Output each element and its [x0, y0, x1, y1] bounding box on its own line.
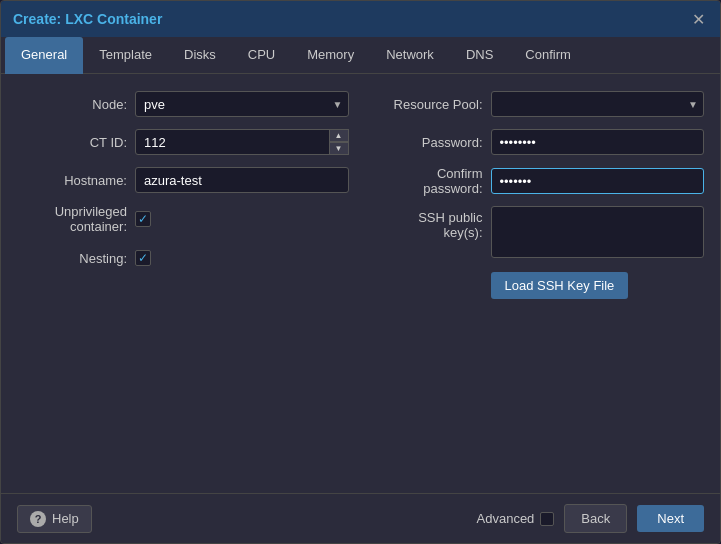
confirm-password-row: Confirmpassword: — [373, 166, 705, 196]
nesting-checkbox[interactable]: ✓ — [135, 250, 151, 266]
resource-pool-select-wrapper: ▼ — [491, 91, 705, 117]
unprivileged-check-icon: ✓ — [138, 212, 148, 226]
tab-cpu[interactable]: CPU — [232, 37, 291, 74]
hostname-row: Hostname: — [17, 166, 349, 194]
resource-pool-label: Resource Pool: — [373, 97, 483, 112]
ssh-key-input[interactable] — [491, 206, 705, 258]
hostname-label: Hostname: — [17, 173, 127, 188]
tab-network[interactable]: Network — [370, 37, 450, 74]
hostname-input[interactable] — [135, 167, 349, 193]
advanced-checkbox[interactable] — [540, 512, 554, 526]
load-ssh-row: Load SSH Key File — [491, 268, 705, 299]
footer-right: Advanced Back Next — [477, 504, 704, 533]
ctid-row: CT ID: ▲ ▼ — [17, 128, 349, 156]
right-column: Resource Pool: ▼ Password: Confirmpasswo… — [373, 90, 705, 477]
node-select[interactable]: pve — [135, 91, 349, 117]
ssh-key-row: SSH publickey(s): — [373, 206, 705, 258]
unprivileged-row: Unprivilegedcontainer: ✓ — [17, 204, 349, 234]
help-label: Help — [52, 511, 79, 526]
back-button[interactable]: Back — [564, 504, 627, 533]
left-column: Node: pve ▼ CT ID: ▲ ▼ — [17, 90, 349, 477]
node-select-wrapper: pve ▼ — [135, 91, 349, 117]
tab-memory[interactable]: Memory — [291, 37, 370, 74]
unprivileged-checkbox[interactable]: ✓ — [135, 211, 151, 227]
title-bar: Create: LXC Container ✕ — [1, 1, 720, 37]
ctid-down-button[interactable]: ▼ — [329, 142, 349, 155]
confirm-password-label: Confirmpassword: — [373, 166, 483, 196]
nesting-row: Nesting: ✓ — [17, 244, 349, 272]
nesting-label: Nesting: — [17, 251, 127, 266]
confirm-password-input[interactable] — [491, 168, 705, 194]
nesting-check-icon: ✓ — [138, 251, 148, 265]
tab-dns[interactable]: DNS — [450, 37, 509, 74]
ctid-input[interactable] — [135, 129, 349, 155]
tab-template[interactable]: Template — [83, 37, 168, 74]
password-row: Password: — [373, 128, 705, 156]
resource-pool-select[interactable] — [491, 91, 705, 117]
tab-general[interactable]: General — [5, 37, 83, 74]
help-button[interactable]: ? Help — [17, 505, 92, 533]
nesting-checkbox-wrap: ✓ — [135, 250, 151, 266]
ssh-key-label: SSH publickey(s): — [373, 206, 483, 240]
dialog-title: Create: LXC Container — [13, 11, 162, 27]
ctid-spinner-wrapper: ▲ ▼ — [135, 129, 349, 155]
ctid-spinners: ▲ ▼ — [329, 129, 349, 155]
help-icon: ? — [30, 511, 46, 527]
ctid-up-button[interactable]: ▲ — [329, 129, 349, 142]
footer: ? Help Advanced Back Next — [1, 493, 720, 543]
unprivileged-label: Unprivilegedcontainer: — [17, 204, 127, 234]
load-ssh-button[interactable]: Load SSH Key File — [491, 272, 629, 299]
node-row: Node: pve ▼ — [17, 90, 349, 118]
resource-pool-row: Resource Pool: ▼ — [373, 90, 705, 118]
tab-disks[interactable]: Disks — [168, 37, 232, 74]
dialog: Create: LXC Container ✕ General Template… — [0, 0, 721, 544]
main-content: Node: pve ▼ CT ID: ▲ ▼ — [1, 74, 720, 493]
ctid-label: CT ID: — [17, 135, 127, 150]
advanced-label: Advanced — [477, 511, 555, 526]
next-button[interactable]: Next — [637, 505, 704, 532]
password-input[interactable] — [491, 129, 705, 155]
node-label: Node: — [17, 97, 127, 112]
close-button[interactable]: ✕ — [688, 9, 708, 29]
tabs-bar: General Template Disks CPU Memory Networ… — [1, 37, 720, 74]
unprivileged-checkbox-wrap: ✓ — [135, 211, 151, 227]
password-label: Password: — [373, 135, 483, 150]
close-icon: ✕ — [692, 10, 705, 29]
tab-confirm[interactable]: Confirm — [509, 37, 587, 74]
